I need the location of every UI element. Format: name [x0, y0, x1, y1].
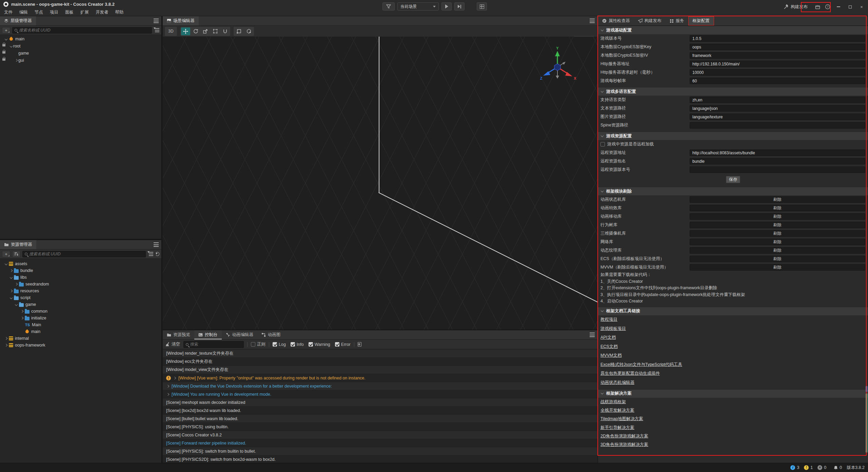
remove-module-button[interactable]: 剔除	[690, 222, 865, 228]
field-input[interactable]: 10000	[690, 69, 865, 76]
field-input[interactable]: zh,en	[690, 97, 865, 103]
filter-checkbox[interactable]: Warning	[309, 342, 330, 347]
close-button[interactable]: ×	[858, 3, 865, 10]
tree-node[interactable]: game	[0, 301, 161, 308]
tab-asset-preview[interactable]: 资源预览	[163, 330, 194, 339]
section-solutions[interactable]: 框架解决方案	[598, 389, 868, 398]
tab-service[interactable]: 服务	[666, 16, 688, 25]
remove-module-button[interactable]: 剔除	[690, 213, 865, 220]
solution-link[interactable]: 2D角色扮演游戏解决方案	[600, 433, 648, 439]
menu-item[interactable]: 项目	[46, 8, 62, 16]
regex-checkbox[interactable]: 正则	[251, 341, 265, 347]
solution-link[interactable]: 全栈开发解决方案	[600, 408, 634, 413]
tree-node[interactable]: libs	[0, 274, 161, 281]
add-node-button[interactable]: +	[2, 27, 10, 34]
field-input[interactable]	[690, 122, 865, 129]
log-entry[interactable]: [Scene] [box2d]:box2d wasm lib loaded.	[163, 407, 597, 415]
doc-link[interactable]: MVVM文档	[600, 353, 622, 358]
tree-node[interactable]: main	[0, 328, 161, 335]
tab-animation-editor[interactable]: 动画编辑器	[222, 330, 258, 339]
section-language[interactable]: 游戏多语言配置	[598, 87, 868, 96]
chevron-icon[interactable]	[14, 302, 18, 307]
warning-count[interactable]: 1	[804, 465, 813, 470]
tab-build[interactable]: 构建发布	[634, 16, 666, 25]
tree-node[interactable]: gui	[0, 57, 161, 64]
package-icon[interactable]	[814, 4, 821, 10]
field-input[interactable]: http://localhost:8083/assets/bundle	[690, 150, 865, 156]
log-entry[interactable]: [Scene] [PHYSICS]: switch from builtin t…	[163, 447, 597, 455]
filter-checkbox[interactable]: Info	[291, 342, 304, 347]
hierarchy-search-input[interactable]: 搜索名称或 UUID	[12, 27, 152, 34]
tree-node[interactable]: Main	[0, 321, 161, 328]
chevron-icon[interactable]	[9, 289, 13, 293]
step-button[interactable]	[454, 2, 465, 11]
current-scene-dropdown[interactable]: 当前场景	[397, 2, 439, 11]
doc-link[interactable]: API文档	[600, 335, 616, 340]
chevron-icon[interactable]	[9, 275, 13, 279]
scrollbar-thumb[interactable]	[866, 393, 867, 453]
clear-console-button[interactable]: 清空	[165, 341, 180, 347]
field-input[interactable]: oops	[690, 44, 865, 50]
rect-tool-button[interactable]	[211, 27, 220, 35]
chevron-icon[interactable]	[9, 296, 13, 300]
doc-link[interactable]: 原生包热更新配置自动生成插件	[600, 371, 660, 376]
layout-grid-button[interactable]	[477, 2, 487, 11]
open-log-file-icon[interactable]	[358, 342, 361, 347]
menu-item[interactable]: 编辑	[16, 8, 31, 16]
expand-chevron-icon[interactable]	[166, 393, 170, 396]
menu-item[interactable]: 面板	[62, 8, 77, 16]
tab-animation-graph[interactable]: 动画图	[257, 330, 285, 339]
log-entry[interactable]: [Window] model_view文件夹存在	[163, 366, 597, 374]
field-input[interactable]: language/json	[690, 105, 865, 112]
log-entry[interactable]: [Scene] [PHYSICS]: using builtin.	[163, 423, 597, 431]
panel-menu-icon[interactable]	[154, 242, 159, 247]
tab-framework-config[interactable]: 框架配置	[688, 16, 714, 25]
error-count[interactable]: 0	[817, 465, 826, 470]
chevron-icon[interactable]	[20, 309, 24, 313]
tab-hierarchy[interactable]: 层级管理器	[0, 16, 36, 25]
console-search-input[interactable]: 搜索	[183, 341, 244, 348]
tree-node[interactable]: bundle	[0, 267, 161, 274]
tree-node[interactable]: initialize	[0, 315, 161, 321]
remove-module-button[interactable]: 剔除	[690, 239, 865, 245]
solution-link[interactable]: Tiledmap地图解决方案	[600, 416, 643, 422]
chevron-icon[interactable]	[4, 37, 8, 41]
menu-item[interactable]: 帮助	[112, 8, 127, 16]
axis-gizmo[interactable]: Y Z X	[537, 46, 578, 87]
scale-tool-button[interactable]	[201, 27, 210, 35]
tree-node[interactable]: seedrandom	[0, 281, 161, 288]
solution-link[interactable]: 新手引导解决方案	[600, 425, 634, 431]
chevron-icon[interactable]	[9, 44, 13, 48]
log-entry[interactable]: [Scene] Forward render pipeline initiali…	[163, 439, 597, 447]
chevron-icon[interactable]	[4, 262, 8, 266]
doc-link[interactable]: 动画状态机编辑器	[600, 380, 634, 386]
notification-count[interactable]: 0	[834, 465, 842, 470]
rotate-tool-button[interactable]	[191, 27, 200, 35]
tab-inspector[interactable]: 属性检查器	[598, 16, 634, 25]
tree-node[interactable]: resources	[0, 288, 161, 294]
chevron-icon[interactable]	[4, 343, 8, 347]
chevron-icon[interactable]	[14, 58, 18, 62]
filter-checkbox[interactable]: Error	[335, 342, 351, 347]
log-entry[interactable]: [Window] render_texture文件夹存在	[163, 350, 597, 358]
field-input[interactable]: 60	[690, 78, 865, 84]
log-entry[interactable]: [Window] ecs文件夹存在	[163, 358, 597, 366]
tree-node[interactable]: root	[0, 42, 161, 50]
remove-module-button[interactable]: 剔除	[690, 264, 865, 271]
remove-module-button[interactable]: 剔除	[690, 247, 865, 254]
tree-node[interactable]: script	[0, 294, 161, 301]
expand-chevron-icon[interactable]	[173, 376, 176, 380]
log-entry[interactable]: [Scene] meshopt wasm decoder initialized	[163, 398, 597, 407]
refresh-icon[interactable]	[155, 252, 159, 256]
section-docs[interactable]: 框架文档工具链接	[598, 307, 868, 315]
remove-module-button[interactable]: 剔除	[690, 230, 865, 237]
scene-viewport[interactable]: Y Z X	[163, 37, 597, 330]
info-count[interactable]: 3	[790, 465, 799, 470]
3d-toggle-button[interactable]: 3D	[165, 27, 176, 35]
panel-menu-icon[interactable]	[590, 333, 595, 337]
menu-item[interactable]: 扩展	[77, 8, 92, 16]
minimize-button[interactable]	[835, 3, 842, 10]
filter-checkbox[interactable]: Log	[273, 342, 286, 347]
field-input[interactable]: 1.0.5	[690, 35, 865, 42]
maximize-button[interactable]	[846, 3, 854, 10]
